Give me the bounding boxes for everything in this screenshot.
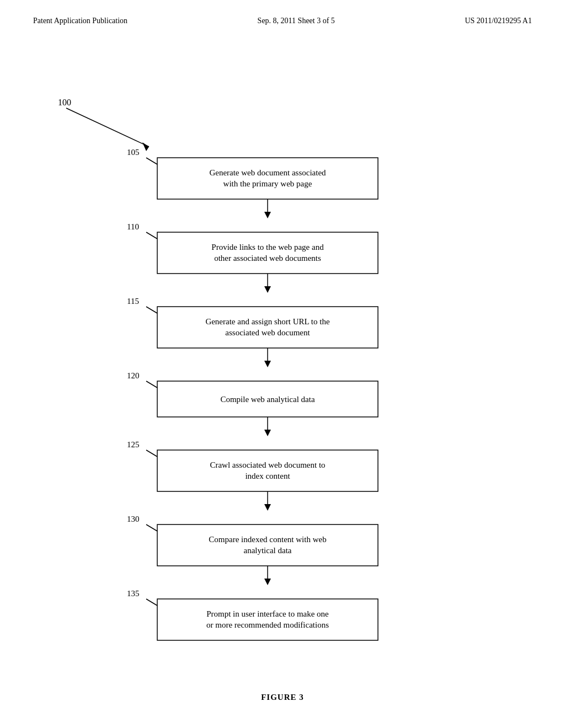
box-125	[157, 450, 378, 491]
figure-caption: FIGURE 3	[0, 693, 565, 702]
diagram-area: 100 105 Generate web document associated…	[0, 31, 565, 660]
arrowhead-125-130	[264, 504, 271, 511]
text-125-line1: Crawl associated web document to	[210, 461, 325, 469]
arrow-100-head	[142, 142, 149, 151]
figure-caption-text: FIGURE 3	[261, 693, 304, 702]
label-130: 130	[127, 515, 140, 523]
box-110	[157, 232, 378, 274]
text-115-line1: Generate and assign short URL to the	[205, 317, 330, 326]
label-105: 105	[127, 148, 140, 157]
label-115: 115	[127, 297, 139, 306]
arrow-100-line	[66, 108, 149, 147]
text-130-line2: analytical data	[243, 546, 291, 555]
tick-135	[146, 599, 157, 606]
label-110: 110	[127, 222, 139, 231]
text-110-line2: other associated web documents	[214, 254, 321, 263]
tick-105	[146, 158, 157, 164]
text-120-line1: Compile web analytical data	[220, 395, 315, 404]
text-105-line2: with the primary web page	[223, 179, 312, 188]
text-110-line1: Provide links to the web page and	[211, 243, 324, 251]
label-125: 125	[127, 440, 140, 449]
box-105	[157, 158, 378, 199]
main-label: 100	[58, 98, 71, 107]
text-130-line1: Compare indexed content with web	[209, 535, 326, 544]
label-135: 135	[127, 589, 140, 598]
flowchart-svg: 100 105 Generate web document associated…	[0, 42, 565, 649]
box-115	[157, 307, 378, 348]
header-center: Sep. 8, 2011 Sheet 3 of 5	[258, 17, 335, 25]
arrowhead-130-135	[264, 579, 271, 585]
header-left: Patent Application Publication	[33, 17, 127, 25]
text-105-line1: Generate web document associated	[209, 168, 326, 177]
box-130	[157, 524, 378, 566]
tick-130	[146, 524, 157, 531]
box-135	[157, 599, 378, 640]
tick-110	[146, 232, 157, 239]
arrowhead-115-120	[264, 361, 271, 367]
label-120: 120	[127, 371, 140, 380]
page-header: Patent Application Publication Sep. 8, 2…	[0, 0, 565, 31]
text-125-line2: index content	[245, 472, 290, 480]
tick-115	[146, 307, 157, 313]
arrowhead-105-110	[264, 212, 271, 218]
text-135-line1: Prompt in user interface to make one	[206, 609, 329, 618]
header-right: US 2011/0219295 A1	[465, 17, 532, 25]
arrowhead-110-115	[264, 286, 271, 293]
text-135-line2: or more recommended modifications	[206, 620, 329, 629]
tick-120	[146, 381, 157, 388]
arrowhead-120-125	[264, 430, 271, 436]
text-115-line2: associated web document	[225, 328, 310, 337]
tick-125	[146, 450, 157, 457]
